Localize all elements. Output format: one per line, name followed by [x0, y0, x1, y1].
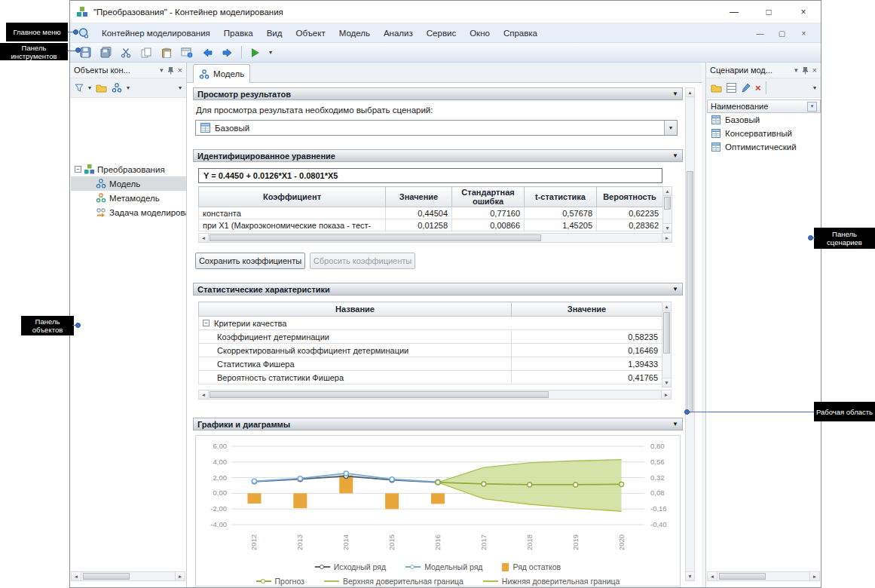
mdi-minimize-button[interactable]: —	[751, 23, 769, 43]
panel-close-icon[interactable]: ×	[812, 66, 817, 75]
menu-item[interactable]: Справка	[497, 23, 544, 43]
minimize-button[interactable]: —	[717, 1, 751, 23]
menu-item[interactable]: Контейнер моделирования	[95, 23, 217, 43]
app-menu-icon[interactable]	[78, 28, 89, 38]
list-view-icon[interactable]	[727, 83, 736, 93]
work-area-vscrollbar[interactable]: ▲ ▼	[685, 87, 695, 581]
paste-icon[interactable]	[160, 45, 173, 60]
close-button[interactable]: ×	[786, 1, 821, 23]
stats-header-cell[interactable]: Значение	[512, 302, 662, 317]
legend-item[interactable]: Ряд остатков	[502, 562, 561, 571]
coef-header-cell[interactable]: Коэффициент	[199, 187, 386, 207]
scroll-down-icon[interactable]: ▼	[663, 223, 672, 232]
folder-icon[interactable]	[96, 84, 107, 93]
menu-item[interactable]: Модель	[332, 23, 377, 43]
maximize-button[interactable]: □	[751, 1, 786, 23]
save-coefficients-button[interactable]: Сохранить коэффициенты	[195, 253, 305, 269]
scrollbar-thumb[interactable]	[210, 391, 549, 398]
legend-item[interactable]: Модельный ряд	[405, 562, 482, 571]
collapse-section-icon[interactable]: ▼	[672, 152, 678, 159]
scenario-list-item[interactable]: Консервативный	[707, 127, 821, 140]
forward-icon[interactable]	[221, 45, 234, 60]
expander-icon[interactable]: −	[203, 320, 210, 326]
collapse-section-icon[interactable]: ▼	[672, 286, 678, 292]
cut-icon[interactable]	[119, 45, 133, 60]
scroll-up-icon[interactable]: ▲	[686, 88, 694, 97]
run-dropdown-icon[interactable]: ▾	[269, 49, 272, 56]
stats-row[interactable]: Вероятность статистики Фишера0,41765	[199, 371, 662, 384]
tree-item[interactable]: Задача моделирован	[71, 205, 186, 219]
scroll-up-icon[interactable]: ▲	[663, 187, 672, 196]
coef-header-cell[interactable]: t-статистика	[525, 187, 597, 207]
scroll-right-icon[interactable]: ►	[809, 572, 819, 580]
scenarios-column-header[interactable]: Наименование ▾	[707, 100, 821, 113]
scrollbar-thumb[interactable]	[687, 171, 693, 412]
menu-item[interactable]: Объект	[289, 23, 332, 43]
stats-header-cell[interactable]: Название	[199, 302, 512, 317]
report-info-icon[interactable]: i	[180, 45, 194, 60]
scroll-right-icon[interactable]: ►	[662, 234, 672, 242]
scenario-dropdown-icon[interactable]: ▾	[664, 121, 677, 135]
coef-table-hscrollbar[interactable]: ◄ ►	[198, 233, 672, 243]
tree-item[interactable]: Метамодель	[71, 191, 186, 205]
panel-menu-icon[interactable]: ▾	[794, 66, 798, 74]
coef-header-cell[interactable]: Вероятность	[597, 187, 663, 207]
legend-item[interactable]: Прогноз	[256, 577, 304, 586]
copy-icon[interactable]	[139, 45, 153, 60]
stats-row[interactable]: Скорректированный коэффициент детерминац…	[199, 344, 662, 357]
scroll-up-icon[interactable]: ▲	[662, 302, 671, 311]
pin-icon[interactable]	[802, 66, 809, 75]
filter-dropdown-icon[interactable]: ▾	[88, 84, 91, 91]
scroll-left-icon[interactable]: ◄	[199, 234, 209, 242]
panel-menu-icon[interactable]: ▾	[160, 66, 164, 74]
save-icon[interactable]	[78, 45, 92, 60]
mdi-restore-button[interactable]: ▢	[773, 23, 791, 43]
expander-icon[interactable]: −	[75, 166, 81, 173]
scroll-right-icon[interactable]: ►	[661, 390, 671, 399]
coef-header-cell[interactable]: Значение	[386, 187, 452, 207]
coef-header-cell[interactable]: Стандартная ошибка	[452, 187, 525, 207]
more-tools-icon[interactable]: ▾	[179, 84, 182, 91]
tab-model[interactable]: Модель	[193, 64, 250, 83]
stats-group-row[interactable]: −Критерии качества	[199, 317, 662, 330]
edit-pencil-icon[interactable]	[741, 83, 751, 93]
scenario-list-item[interactable]: Базовый	[707, 113, 821, 127]
menu-item[interactable]: Вид	[260, 23, 289, 43]
delete-icon[interactable]: ×	[755, 83, 761, 93]
legend-item[interactable]: Нижняя доверительная граница	[483, 577, 620, 586]
column-filter-icon[interactable]: ▾	[807, 102, 817, 112]
collapse-section-icon[interactable]: ▼	[672, 421, 678, 427]
menu-item[interactable]: Сервис	[420, 23, 463, 43]
stats-row[interactable]: Статистика Фишера1,39433	[199, 357, 662, 371]
scrollbar-thumb[interactable]	[664, 197, 671, 210]
scroll-down-icon[interactable]: ▼	[686, 571, 694, 580]
scroll-right-icon[interactable]: ►	[175, 572, 185, 580]
stats-table-vscrollbar[interactable]: ▲ ▼	[662, 302, 672, 387]
back-icon[interactable]	[200, 45, 214, 60]
collapse-section-icon[interactable]: ▼	[672, 90, 678, 97]
stats-table-hscrollbar[interactable]: ◄ ►	[198, 390, 672, 400]
scroll-left-icon[interactable]: ◄	[708, 572, 717, 580]
tree-item[interactable]: Модель	[71, 176, 186, 191]
more-tools-icon[interactable]: ▾	[813, 84, 816, 91]
run-calculation-icon[interactable]	[249, 45, 262, 60]
scroll-left-icon[interactable]: ◄	[199, 390, 209, 399]
coef-row[interactable]: константа0,445040,771600,576780,62235	[199, 207, 663, 219]
scrollbar-thumb[interactable]	[719, 573, 766, 580]
scrollbar-thumb[interactable]	[83, 573, 130, 580]
scenario-list-item[interactable]: Оптимистический	[707, 140, 821, 154]
view-mode-dropdown-icon[interactable]: ▾	[127, 84, 130, 91]
mdi-close-button[interactable]: ×	[794, 23, 813, 43]
legend-item[interactable]: Исходный ряд	[315, 562, 386, 571]
panel-close-icon[interactable]: ×	[178, 66, 182, 75]
coef-row[interactable]: при X1 (Макроэкономические показа - тест…	[199, 219, 663, 231]
menu-item[interactable]: Анализ	[377, 23, 420, 43]
menu-item[interactable]: Правка	[217, 23, 260, 43]
scrollbar-thumb[interactable]	[210, 234, 541, 241]
coef-table-vscrollbar[interactable]: ▲ ▼	[662, 186, 672, 233]
menu-item[interactable]: Окно	[463, 23, 497, 43]
view-mode-icon[interactable]	[112, 83, 122, 93]
pin-icon[interactable]	[167, 66, 174, 75]
tree-item-root[interactable]: −Преобразования	[71, 162, 186, 176]
objects-panel-hscrollbar[interactable]: ◄ ►	[71, 571, 185, 581]
